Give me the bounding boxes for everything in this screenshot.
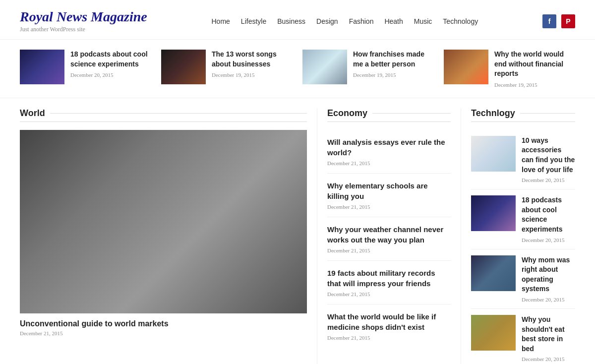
economy-article-title[interactable]: Why elementary schools are killing you [327,181,451,201]
tech-article-image [471,315,516,351]
tech-article-content: 10 ways accessories can find you the lov… [522,136,575,183]
top-article[interactable]: The 13 worst songs about businesses Dece… [161,50,293,88]
nav-item-music[interactable]: Music [414,17,432,25]
top-article-image [161,50,206,84]
nav-item-design[interactable]: Design [316,17,338,25]
main-nav: HomeLifestyleBusinessDesignFashionHeathM… [212,17,478,25]
nav-item-business[interactable]: Business [277,17,305,25]
top-article-title[interactable]: Why the world would end without financia… [494,50,575,79]
top-article-title[interactable]: The 13 worst songs about businesses [212,50,293,69]
top-article-date: December 20, 2015 [70,72,151,78]
world-featured-date: December 21, 2015 [20,330,307,336]
top-article-image [20,50,64,84]
world-featured-image [20,130,307,313]
top-article[interactable]: Why the world would end without financia… [444,50,575,88]
economy-article[interactable]: What the world would be like if medicine… [327,304,451,348]
economy-article[interactable]: 19 facts about military records that wil… [327,261,451,304]
tech-article-title[interactable]: 18 podcasts about cool science experimen… [522,195,575,234]
top-article-image [444,50,488,84]
tech-article-title[interactable]: Why you shouldn't eat best store in bed [522,315,575,354]
tech-article-content: Why you shouldn't eat best store in bed … [522,315,575,362]
world-section-title: World [20,108,307,122]
economy-article[interactable]: Why elementary schools are killing you D… [327,174,451,217]
tech-article-image [471,136,516,172]
top-article-date: December 19, 2015 [212,72,293,78]
main-content: World Unconventional guide to world mark… [0,98,595,364]
economy-article-title[interactable]: 19 facts about military records that wil… [327,268,451,289]
tech-article-content: 18 podcasts about cool science experimen… [522,195,575,243]
tech-article-image [471,255,516,291]
technology-section-title: Technlogy [471,108,575,122]
tech-article-date: December 20, 2015 [522,356,575,362]
top-article[interactable]: How franchises made me a better person D… [302,50,434,88]
economy-article-date: December 21, 2015 [327,247,451,253]
economy-article-title[interactable]: What the world would be like if medicine… [327,311,451,332]
top-article[interactable]: 18 podcasts about cool science experimen… [20,50,151,88]
top-article-image [302,50,347,84]
nav-item-technology[interactable]: Technology [443,17,478,25]
facebook-icon[interactable]: f [542,14,556,28]
technology-section: Technlogy 10 ways accessories can find y… [461,108,575,364]
tech-article[interactable]: 10 ways accessories can find you the lov… [471,130,575,189]
header: Royal News Magazine Just another WordPre… [0,0,595,40]
economy-section-title: Economy [327,108,451,122]
nav-item-fashion[interactable]: Fashion [349,17,374,25]
site-title[interactable]: Royal News Magazine [20,9,147,25]
top-article-date: December 19, 2015 [353,72,434,78]
tech-article-title[interactable]: Why mom was right about operating system… [522,255,575,294]
economy-section: Economy Will analysis essays ever rule t… [317,108,461,364]
site-tagline: Just another WordPress site [20,26,147,33]
economy-article-date: December 21, 2015 [327,204,451,210]
tech-article[interactable]: 18 podcasts about cool science experimen… [471,189,575,249]
logo-area: Royal News Magazine Just another WordPre… [20,9,147,33]
world-featured-title[interactable]: Unconventional guide to world markets [20,319,307,328]
tech-article[interactable]: Why you shouldn't eat best store in bed … [471,309,575,364]
top-articles-strip: 18 podcasts about cool science experimen… [0,40,595,98]
top-article-title[interactable]: 18 podcasts about cool science experimen… [70,50,151,69]
economy-article[interactable]: Why your weather channel never works out… [327,217,451,261]
economy-article[interactable]: Will analysis essays ever rule the world… [327,130,451,174]
tech-article[interactable]: Why mom was right about operating system… [471,249,575,309]
tech-article-image [471,195,516,231]
nav-item-heath[interactable]: Heath [384,17,403,25]
tech-article-date: December 20, 2015 [522,237,575,243]
nav-item-home[interactable]: Home [212,17,230,25]
nav-item-lifestyle[interactable]: Lifestyle [241,17,266,25]
world-section: World Unconventional guide to world mark… [20,108,317,364]
social-icons: f P [542,14,575,28]
top-article-date: December 19, 2015 [494,82,575,88]
top-article-content: 18 podcasts about cool science experimen… [70,50,151,88]
top-article-content: The 13 worst songs about businesses Dece… [212,50,293,88]
economy-article-date: December 21, 2015 [327,291,451,297]
top-article-title[interactable]: How franchises made me a better person [353,50,434,69]
top-article-content: How franchises made me a better person D… [353,50,434,88]
tech-article-date: December 20, 2015 [522,297,575,303]
economy-article-date: December 21, 2015 [327,335,451,341]
economy-article-date: December 21, 2015 [327,160,451,166]
economy-article-title[interactable]: Why your weather channel never works out… [327,224,451,245]
pinterest-icon[interactable]: P [561,14,575,28]
economy-article-title[interactable]: Will analysis essays ever rule the world… [327,137,451,158]
tech-article-content: Why mom was right about operating system… [522,255,575,303]
tech-article-title[interactable]: 10 ways accessories can find you the lov… [522,136,575,175]
tech-article-date: December 20, 2015 [522,177,575,183]
top-article-content: Why the world would end without financia… [494,50,575,88]
